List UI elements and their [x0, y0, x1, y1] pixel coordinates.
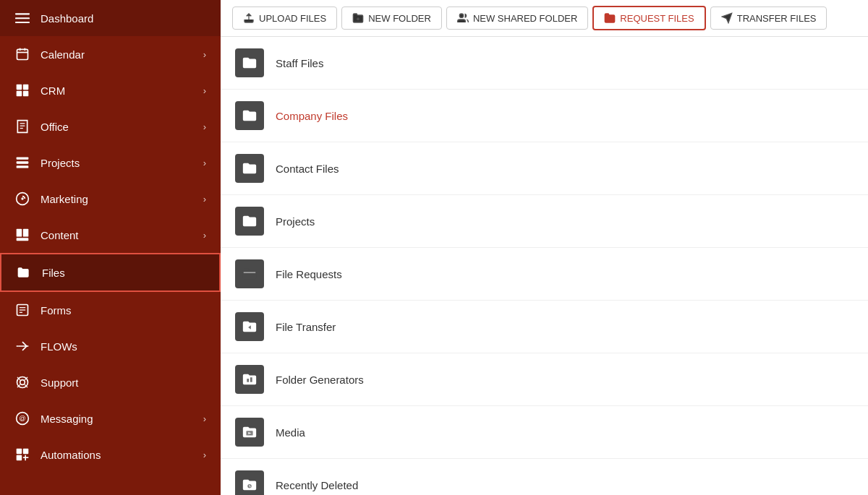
folder-icon — [235, 312, 264, 341]
request-icon — [604, 12, 616, 24]
sidebar-item-label: Content — [41, 229, 79, 241]
projects-icon — [14, 155, 30, 171]
sidebar-item-label: Forms — [41, 304, 72, 317]
new-folder-label: NEW FOLDER — [368, 13, 431, 24]
chevron-right-icon: › — [203, 194, 206, 205]
folder-icon — [235, 259, 264, 288]
svg-point-27 — [20, 380, 25, 385]
sidebar-item-dashboard[interactable]: Dashboard — [0, 0, 221, 36]
svg-rect-15 — [17, 161, 29, 163]
svg-point-18 — [21, 197, 23, 199]
svg-rect-21 — [17, 238, 29, 241]
list-item[interactable]: Projects — [221, 195, 868, 248]
svg-rect-14 — [17, 158, 29, 160]
upload-files-label: UPLOAD FILES — [259, 13, 326, 24]
folder-icon — [235, 48, 264, 77]
request-files-button[interactable]: REQUEST FILES — [592, 6, 705, 30]
file-name: File Requests — [276, 268, 342, 280]
svg-text:@: @ — [19, 415, 25, 422]
main-content: UPLOAD FILES NEW FOLDER NEW SHARED FOLDE… — [221, 0, 868, 495]
svg-rect-36 — [17, 455, 22, 461]
transfer-files-button[interactable]: TRANSFER FILES — [710, 7, 827, 30]
list-item[interactable]: Recently Deleted — [221, 459, 868, 495]
file-name: Media — [276, 426, 305, 439]
svg-rect-7 — [17, 85, 22, 90]
sidebar-item-flows[interactable]: FLOWs — [0, 328, 221, 364]
shared-folder-icon — [457, 12, 469, 24]
sidebar-item-label: Automations — [41, 449, 101, 461]
list-item[interactable]: Media — [221, 406, 868, 459]
svg-point-46 — [247, 61, 252, 66]
svg-rect-34 — [17, 449, 22, 455]
sidebar-item-support[interactable]: Support — [0, 364, 221, 400]
chevron-right-icon: › — [203, 121, 206, 132]
svg-rect-54 — [250, 377, 252, 382]
sidebar-item-forms[interactable]: Forms — [0, 292, 221, 328]
toolbar: UPLOAD FILES NEW FOLDER NEW SHARED FOLDE… — [221, 0, 868, 37]
svg-rect-47 — [247, 114, 252, 119]
sidebar-item-crm[interactable]: CRM › — [0, 72, 221, 108]
folder-icon — [235, 154, 264, 183]
file-name: Projects — [276, 215, 315, 228]
sidebar-item-label: Projects — [41, 157, 80, 169]
new-shared-folder-button[interactable]: NEW SHARED FOLDER — [446, 7, 588, 30]
list-item[interactable]: Folder Generators — [221, 353, 868, 406]
sidebar-item-calendar[interactable]: Calendar › — [0, 36, 221, 72]
file-name: Staff Files — [276, 57, 323, 69]
office-icon — [14, 119, 30, 134]
list-item[interactable]: Company Files — [221, 90, 868, 142]
upload-files-button[interactable]: UPLOAD FILES — [232, 7, 337, 30]
file-name: File Transfer — [276, 321, 336, 333]
sidebar-item-files[interactable]: Files — [0, 253, 221, 292]
svg-rect-50 — [246, 220, 252, 221]
svg-rect-1 — [15, 17, 30, 19]
list-item[interactable]: File Transfer — [221, 301, 868, 353]
sidebar-item-label: Calendar — [41, 48, 85, 61]
chevron-right-icon: › — [203, 413, 206, 424]
menu-icon — [14, 10, 30, 26]
forms-icon — [14, 302, 30, 318]
sidebar-item-marketing[interactable]: Marketing › — [0, 181, 221, 217]
sidebar-item-label: Marketing — [41, 193, 88, 205]
folder-icon — [235, 418, 264, 447]
chevron-right-icon: › — [203, 85, 206, 96]
folder-icon — [235, 101, 264, 130]
sidebar-item-label: Dashboard — [41, 12, 93, 25]
svg-rect-35 — [23, 449, 29, 455]
folder-plus-icon — [352, 12, 364, 24]
svg-rect-2 — [15, 22, 30, 23]
svg-rect-48 — [248, 113, 251, 115]
svg-rect-8 — [23, 85, 29, 90]
file-list: Staff Files Company Files Contact Files … — [221, 37, 868, 495]
calendar-icon — [14, 46, 30, 62]
svg-rect-10 — [23, 91, 29, 96]
marketing-icon — [14, 191, 30, 207]
svg-rect-19 — [17, 229, 22, 237]
sidebar-item-projects[interactable]: Projects › — [0, 145, 221, 181]
sidebar-item-content[interactable]: Content › — [0, 217, 221, 253]
folder-icon — [235, 207, 264, 236]
transfer-files-label: TRANSFER FILES — [737, 13, 817, 24]
list-item[interactable]: File Requests — [221, 248, 868, 301]
support-icon — [14, 374, 30, 390]
svg-rect-51 — [246, 223, 252, 223]
folder-icon — [235, 365, 264, 394]
sidebar: Dashboard Calendar › CRM › Office › Proj… — [0, 0, 221, 495]
sidebar-item-office[interactable]: Office › — [0, 108, 221, 145]
sidebar-item-label: FLOWs — [41, 340, 77, 353]
flows-icon — [14, 338, 30, 354]
sidebar-item-label: Messaging — [41, 413, 93, 425]
content-icon — [14, 227, 30, 243]
file-name: Recently Deleted — [276, 479, 358, 491]
sidebar-item-label: Files — [42, 267, 65, 279]
svg-rect-9 — [17, 91, 22, 96]
sidebar-item-label: Office — [41, 121, 69, 133]
svg-point-42 — [459, 14, 463, 17]
sidebar-item-messaging[interactable]: @ Messaging › — [0, 400, 221, 436]
svg-rect-53 — [247, 379, 249, 382]
sidebar-item-automations[interactable]: Automations › — [0, 436, 221, 473]
list-item[interactable]: Contact Files — [221, 142, 868, 195]
new-folder-button[interactable]: NEW FOLDER — [341, 7, 442, 30]
list-item[interactable]: Staff Files — [221, 37, 868, 90]
request-files-label: REQUEST FILES — [620, 13, 694, 24]
